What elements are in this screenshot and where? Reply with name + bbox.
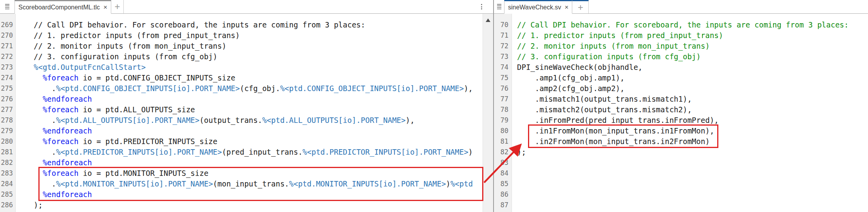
code-line[interactable]: 76 .amp2(cfg_obj.amp2),: [494, 83, 868, 94]
code-line[interactable]: 285 %endforeach: [0, 189, 483, 200]
code-line[interactable]: 80 .in1FromMon(mon_input_trans.in1FromMo…: [494, 126, 868, 136]
code-line[interactable]: 272// 3. configuration inputs (from cfg_…: [0, 51, 483, 62]
code-line[interactable]: 79 .inFromPred(pred_input_trans.inFromPr…: [494, 115, 868, 126]
code-line[interactable]: 283 %foreach io = ptd.MONITOR_INPUTS_siz…: [0, 168, 483, 179]
code-text: %<gtd.OutputFcnCallStart>: [16, 62, 483, 73]
line-number: 83: [494, 157, 512, 168]
line-number: 279: [0, 126, 16, 136]
tab-label: sineWaveCheck.sv: [508, 4, 561, 11]
line-number: 87: [494, 200, 512, 210]
close-icon[interactable]: ×: [103, 4, 107, 11]
code-line[interactable]: 277 %foreach io = ptd.ALL_OUTPUTS_size: [0, 104, 483, 115]
code-line[interactable]: 83: [494, 157, 868, 168]
code-line[interactable]: 72// 2. monitor inputs (from mon_input_t…: [494, 41, 868, 51]
code-text: // 3. configuration inputs (from cfg_obj…: [16, 51, 483, 62]
code-line[interactable]: 279 %endforeach: [0, 126, 483, 136]
line-number: 285: [0, 189, 16, 200]
tab-bar-left: ScoreboardComponentML.tlc × +: [0, 0, 493, 14]
code-line[interactable]: 273%<gtd.OutputFcnCallStart>: [0, 62, 483, 73]
code-line[interactable]: 275 .%<ptd.CONFIG_OBJECT_INPUTS[io].PORT…: [0, 83, 483, 94]
code-line[interactable]: 276 %endforeach: [0, 94, 483, 104]
line-number: 85: [494, 179, 512, 189]
code-text: // Call DPI behavior. For scoreboard, th…: [512, 20, 868, 30]
code-text: DPI_sineWaveCheck(objhandle,: [512, 62, 868, 73]
code-line[interactable]: 84: [494, 168, 868, 179]
code-text: // Call DPI behavior. For scoreboard, th…: [16, 20, 483, 30]
code-editor-right[interactable]: 70// Call DPI behavior. For scoreboard, …: [494, 14, 868, 212]
code-text: .amp1(cfg_obj.amp1),: [512, 73, 868, 83]
line-number: 75: [494, 73, 512, 83]
line-number: 78: [494, 104, 512, 115]
code-line[interactable]: 85: [494, 179, 868, 189]
code-line[interactable]: 286);: [0, 200, 483, 210]
code-line[interactable]: 269// Call DPI behavior. For scoreboard,…: [0, 20, 483, 30]
document-list-icon[interactable]: [494, 0, 504, 13]
code-line[interactable]: 282 %endforeach: [0, 157, 483, 168]
new-tab-button[interactable]: +: [111, 0, 124, 13]
code-line[interactable]: 71// 1. predictor inputs (from pred_inpu…: [494, 30, 868, 41]
line-number: 80: [494, 126, 512, 136]
document-list-icon[interactable]: [0, 0, 14, 13]
code-text: %foreach io = ptd.MONITOR_INPUTS_size: [16, 168, 483, 179]
line-number: 282: [0, 157, 16, 168]
line-number: 271: [0, 41, 16, 51]
code-line[interactable]: 73// 3. configuration inputs (from cfg_o…: [494, 51, 868, 62]
tab-scoreboardcomponentml-tlc[interactable]: ScoreboardComponentML.tlc ×: [14, 0, 111, 14]
code-line[interactable]: 86: [494, 189, 868, 200]
code-line[interactable]: 81 .in2FromMon(mon_input_trans.in2FromMo…: [494, 136, 868, 147]
pane-divider[interactable]: [493, 0, 494, 212]
line-number: 277: [0, 104, 16, 115]
code-text: .in2FromMon(mon_input_trans.in2FromMon): [512, 136, 868, 147]
code-text: [512, 189, 868, 200]
line-number: 82: [494, 147, 512, 157]
code-line[interactable]: 274 %foreach io = ptd.CONFIG_OBJECT_INPU…: [0, 73, 483, 83]
code-line[interactable]: 70// Call DPI behavior. For scoreboard, …: [494, 20, 868, 30]
scroll-up-arrow-icon[interactable]: [486, 18, 490, 22]
code-line[interactable]: 281 .%<ptd.PREDICTOR_INPUTS[io].PORT_NAM…: [0, 147, 483, 157]
code-line[interactable]: 271// 2. monitor inputs (from mon_input_…: [0, 41, 483, 51]
code-line[interactable]: 87: [494, 200, 868, 210]
line-number: 280: [0, 136, 16, 147]
line-number: 286: [0, 200, 16, 210]
line-number: 81: [494, 136, 512, 147]
code-editor-left[interactable]: 269// Call DPI behavior. For scoreboard,…: [0, 14, 483, 212]
tab-sinewavecheck-sv[interactable]: sineWaveCheck.sv ×: [504, 0, 572, 14]
code-line[interactable]: 278 .%<ptd.ALL_OUTPUTS[io].PORT_NAME>(ou…: [0, 115, 483, 126]
code-line[interactable]: 284 .%<ptd.MONITOR_INPUTS[io].PORT_NAME>…: [0, 179, 483, 189]
line-number: 273: [0, 62, 16, 73]
code-line[interactable]: 82);: [494, 147, 868, 157]
editor-pane-right: sineWaveCheck.sv × + 70// Call DPI behav…: [494, 0, 868, 212]
tab-bar-right: sineWaveCheck.sv × +: [494, 0, 868, 14]
line-number: 74: [494, 62, 512, 73]
line-number: 270: [0, 30, 16, 41]
line-number: 276: [0, 94, 16, 104]
line-number: 86: [494, 189, 512, 200]
tab-label: ScoreboardComponentML.tlc: [18, 4, 100, 11]
scrollbar-vertical[interactable]: [483, 14, 493, 212]
code-text: .amp2(cfg_obj.amp2),: [512, 83, 868, 94]
code-text: // 2. monitor inputs (from mon_input_tra…: [512, 41, 868, 51]
code-text: // 1. predictor inputs (from pred_input_…: [512, 30, 868, 41]
code-text: .%<ptd.CONFIG_OBJECT_INPUTS[io].PORT_NAM…: [16, 83, 483, 94]
overflow-menu-icon[interactable]: [478, 0, 485, 13]
code-line[interactable]: 280 %foreach io = ptd.PREDICTOR_INPUTS_s…: [0, 136, 483, 147]
line-number: 278: [0, 115, 16, 126]
code-line[interactable]: 78 .mismatch2(output_trans.mismatch2),: [494, 104, 868, 115]
code-line[interactable]: 77 .mismatch1(output_trans.mismatch1),: [494, 94, 868, 104]
line-number: 71: [494, 30, 512, 41]
code-line[interactable]: 74DPI_sineWaveCheck(objhandle,: [494, 62, 868, 73]
line-number: 77: [494, 94, 512, 104]
line-number: 76: [494, 83, 512, 94]
close-icon[interactable]: ×: [564, 4, 568, 11]
line-number: 281: [0, 147, 16, 157]
code-text: .%<ptd.MONITOR_INPUTS[io].PORT_NAME>(mon…: [16, 179, 483, 189]
code-text: [512, 168, 868, 179]
new-tab-button[interactable]: +: [572, 0, 589, 13]
code-text: // 1. predictor inputs (from pred_input_…: [16, 30, 483, 41]
code-line[interactable]: 75 .amp1(cfg_obj.amp1),: [494, 73, 868, 83]
code-text: %endforeach: [16, 157, 483, 168]
code-line[interactable]: 270// 1. predictor inputs (from pred_inp…: [0, 30, 483, 41]
line-number: 284: [0, 179, 16, 189]
code-text: .inFromPred(pred_input_trans.inFromPred)…: [512, 115, 868, 126]
code-text: %endforeach: [16, 126, 483, 136]
